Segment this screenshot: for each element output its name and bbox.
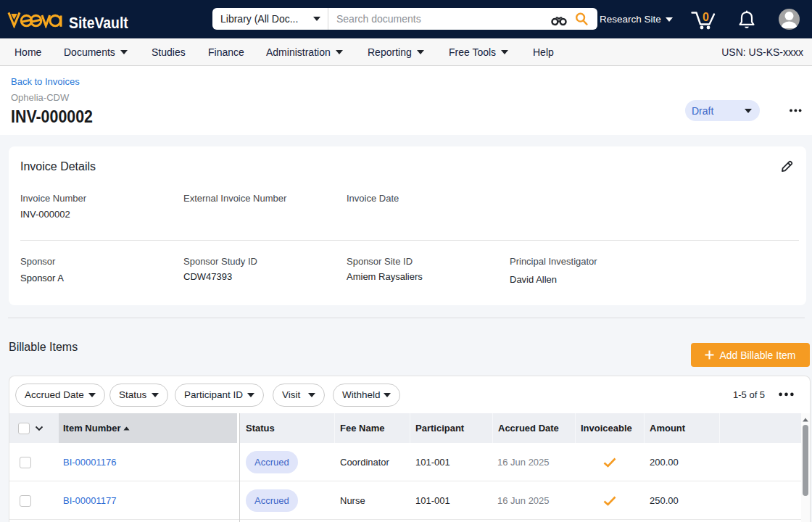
svg-text:0: 0 bbox=[703, 11, 709, 23]
